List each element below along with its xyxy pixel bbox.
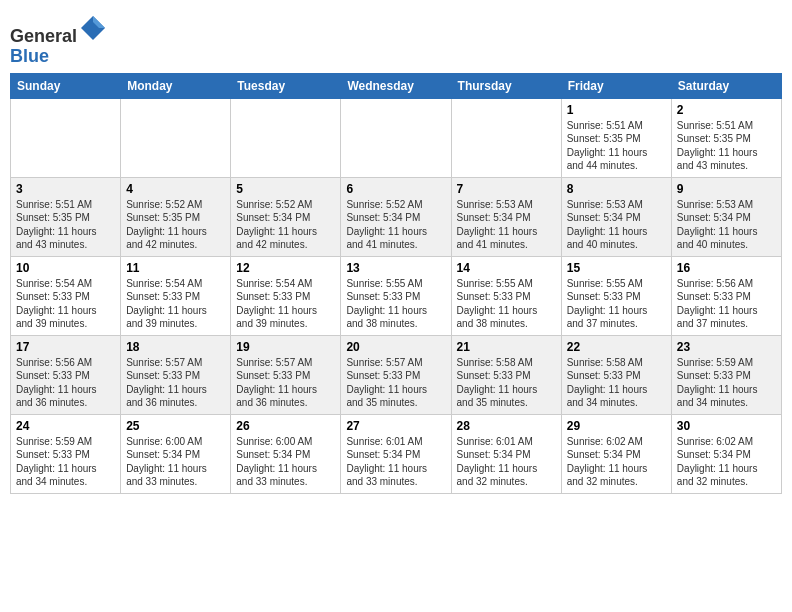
calendar-week-row: 17Sunrise: 5:56 AM Sunset: 5:33 PM Dayli… — [11, 335, 782, 414]
calendar-week-row: 24Sunrise: 5:59 AM Sunset: 5:33 PM Dayli… — [11, 414, 782, 493]
calendar-cell: 18Sunrise: 5:57 AM Sunset: 5:33 PM Dayli… — [121, 335, 231, 414]
calendar-week-row: 10Sunrise: 5:54 AM Sunset: 5:33 PM Dayli… — [11, 256, 782, 335]
day-info: Sunrise: 6:01 AM Sunset: 5:34 PM Dayligh… — [346, 435, 445, 489]
calendar-cell: 25Sunrise: 6:00 AM Sunset: 5:34 PM Dayli… — [121, 414, 231, 493]
calendar-cell: 1Sunrise: 5:51 AM Sunset: 5:35 PM Daylig… — [561, 98, 671, 177]
day-number: 3 — [16, 182, 115, 196]
day-number: 19 — [236, 340, 335, 354]
day-info: Sunrise: 6:00 AM Sunset: 5:34 PM Dayligh… — [236, 435, 335, 489]
weekday-header-wednesday: Wednesday — [341, 73, 451, 98]
calendar-cell: 23Sunrise: 5:59 AM Sunset: 5:33 PM Dayli… — [671, 335, 781, 414]
logo-icon — [79, 14, 107, 42]
calendar-cell: 29Sunrise: 6:02 AM Sunset: 5:34 PM Dayli… — [561, 414, 671, 493]
day-number: 2 — [677, 103, 776, 117]
calendar-cell: 15Sunrise: 5:55 AM Sunset: 5:33 PM Dayli… — [561, 256, 671, 335]
logo-text: General Blue — [10, 14, 107, 67]
day-number: 6 — [346, 182, 445, 196]
calendar-table: SundayMondayTuesdayWednesdayThursdayFrid… — [10, 73, 782, 494]
calendar-cell: 27Sunrise: 6:01 AM Sunset: 5:34 PM Dayli… — [341, 414, 451, 493]
day-number: 26 — [236, 419, 335, 433]
calendar-cell — [121, 98, 231, 177]
day-number: 15 — [567, 261, 666, 275]
day-info: Sunrise: 6:00 AM Sunset: 5:34 PM Dayligh… — [126, 435, 225, 489]
calendar-cell: 13Sunrise: 5:55 AM Sunset: 5:33 PM Dayli… — [341, 256, 451, 335]
weekday-header-tuesday: Tuesday — [231, 73, 341, 98]
calendar-week-row: 1Sunrise: 5:51 AM Sunset: 5:35 PM Daylig… — [11, 98, 782, 177]
day-number: 8 — [567, 182, 666, 196]
calendar-cell: 11Sunrise: 5:54 AM Sunset: 5:33 PM Dayli… — [121, 256, 231, 335]
day-number: 7 — [457, 182, 556, 196]
day-number: 18 — [126, 340, 225, 354]
day-number: 25 — [126, 419, 225, 433]
calendar-cell: 30Sunrise: 6:02 AM Sunset: 5:34 PM Dayli… — [671, 414, 781, 493]
day-info: Sunrise: 5:52 AM Sunset: 5:34 PM Dayligh… — [346, 198, 445, 252]
calendar-cell: 22Sunrise: 5:58 AM Sunset: 5:33 PM Dayli… — [561, 335, 671, 414]
calendar-cell: 2Sunrise: 5:51 AM Sunset: 5:35 PM Daylig… — [671, 98, 781, 177]
day-info: Sunrise: 5:54 AM Sunset: 5:33 PM Dayligh… — [16, 277, 115, 331]
day-info: Sunrise: 6:02 AM Sunset: 5:34 PM Dayligh… — [567, 435, 666, 489]
day-info: Sunrise: 5:52 AM Sunset: 5:34 PM Dayligh… — [236, 198, 335, 252]
calendar-cell: 26Sunrise: 6:00 AM Sunset: 5:34 PM Dayli… — [231, 414, 341, 493]
day-number: 24 — [16, 419, 115, 433]
day-info: Sunrise: 5:58 AM Sunset: 5:33 PM Dayligh… — [457, 356, 556, 410]
day-number: 29 — [567, 419, 666, 433]
day-info: Sunrise: 5:56 AM Sunset: 5:33 PM Dayligh… — [677, 277, 776, 331]
page-header: General Blue — [10, 10, 782, 67]
weekday-header-thursday: Thursday — [451, 73, 561, 98]
day-number: 1 — [567, 103, 666, 117]
weekday-header-monday: Monday — [121, 73, 231, 98]
day-info: Sunrise: 5:54 AM Sunset: 5:33 PM Dayligh… — [236, 277, 335, 331]
day-number: 22 — [567, 340, 666, 354]
day-number: 9 — [677, 182, 776, 196]
day-number: 14 — [457, 261, 556, 275]
calendar-cell: 24Sunrise: 5:59 AM Sunset: 5:33 PM Dayli… — [11, 414, 121, 493]
day-number: 4 — [126, 182, 225, 196]
weekday-header-saturday: Saturday — [671, 73, 781, 98]
weekday-header-friday: Friday — [561, 73, 671, 98]
calendar-cell: 9Sunrise: 5:53 AM Sunset: 5:34 PM Daylig… — [671, 177, 781, 256]
logo-blue: Blue — [10, 46, 49, 66]
day-info: Sunrise: 5:51 AM Sunset: 5:35 PM Dayligh… — [16, 198, 115, 252]
calendar-cell: 5Sunrise: 5:52 AM Sunset: 5:34 PM Daylig… — [231, 177, 341, 256]
calendar-cell: 7Sunrise: 5:53 AM Sunset: 5:34 PM Daylig… — [451, 177, 561, 256]
day-number: 13 — [346, 261, 445, 275]
day-number: 20 — [346, 340, 445, 354]
day-info: Sunrise: 5:55 AM Sunset: 5:33 PM Dayligh… — [346, 277, 445, 331]
logo: General Blue — [10, 14, 107, 67]
day-info: Sunrise: 5:57 AM Sunset: 5:33 PM Dayligh… — [236, 356, 335, 410]
calendar-cell: 10Sunrise: 5:54 AM Sunset: 5:33 PM Dayli… — [11, 256, 121, 335]
day-info: Sunrise: 6:01 AM Sunset: 5:34 PM Dayligh… — [457, 435, 556, 489]
day-number: 5 — [236, 182, 335, 196]
day-number: 28 — [457, 419, 556, 433]
day-info: Sunrise: 5:57 AM Sunset: 5:33 PM Dayligh… — [346, 356, 445, 410]
day-info: Sunrise: 5:55 AM Sunset: 5:33 PM Dayligh… — [457, 277, 556, 331]
calendar-cell: 28Sunrise: 6:01 AM Sunset: 5:34 PM Dayli… — [451, 414, 561, 493]
day-info: Sunrise: 5:58 AM Sunset: 5:33 PM Dayligh… — [567, 356, 666, 410]
day-info: Sunrise: 5:53 AM Sunset: 5:34 PM Dayligh… — [457, 198, 556, 252]
day-info: Sunrise: 5:59 AM Sunset: 5:33 PM Dayligh… — [16, 435, 115, 489]
calendar-cell: 4Sunrise: 5:52 AM Sunset: 5:35 PM Daylig… — [121, 177, 231, 256]
calendar-cell: 17Sunrise: 5:56 AM Sunset: 5:33 PM Dayli… — [11, 335, 121, 414]
day-info: Sunrise: 5:55 AM Sunset: 5:33 PM Dayligh… — [567, 277, 666, 331]
calendar-cell: 19Sunrise: 5:57 AM Sunset: 5:33 PM Dayli… — [231, 335, 341, 414]
day-number: 12 — [236, 261, 335, 275]
day-info: Sunrise: 5:52 AM Sunset: 5:35 PM Dayligh… — [126, 198, 225, 252]
calendar-cell — [451, 98, 561, 177]
calendar-cell: 3Sunrise: 5:51 AM Sunset: 5:35 PM Daylig… — [11, 177, 121, 256]
day-info: Sunrise: 5:56 AM Sunset: 5:33 PM Dayligh… — [16, 356, 115, 410]
calendar-cell: 12Sunrise: 5:54 AM Sunset: 5:33 PM Dayli… — [231, 256, 341, 335]
logo-general: General — [10, 26, 77, 46]
day-number: 27 — [346, 419, 445, 433]
day-info: Sunrise: 6:02 AM Sunset: 5:34 PM Dayligh… — [677, 435, 776, 489]
calendar-cell: 20Sunrise: 5:57 AM Sunset: 5:33 PM Dayli… — [341, 335, 451, 414]
day-number: 30 — [677, 419, 776, 433]
day-number: 21 — [457, 340, 556, 354]
calendar-cell: 6Sunrise: 5:52 AM Sunset: 5:34 PM Daylig… — [341, 177, 451, 256]
weekday-header-row: SundayMondayTuesdayWednesdayThursdayFrid… — [11, 73, 782, 98]
calendar-cell: 8Sunrise: 5:53 AM Sunset: 5:34 PM Daylig… — [561, 177, 671, 256]
day-info: Sunrise: 5:53 AM Sunset: 5:34 PM Dayligh… — [677, 198, 776, 252]
day-info: Sunrise: 5:57 AM Sunset: 5:33 PM Dayligh… — [126, 356, 225, 410]
weekday-header-sunday: Sunday — [11, 73, 121, 98]
day-number: 10 — [16, 261, 115, 275]
day-info: Sunrise: 5:51 AM Sunset: 5:35 PM Dayligh… — [677, 119, 776, 173]
